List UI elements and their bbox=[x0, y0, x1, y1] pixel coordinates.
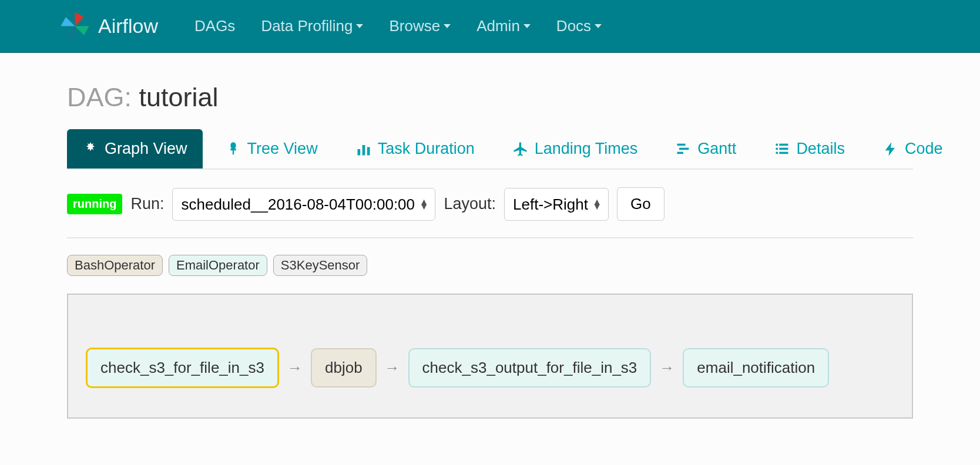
task-node[interactable]: dbjob bbox=[311, 348, 377, 388]
tab-details[interactable]: Details bbox=[759, 129, 860, 169]
title-prefix: DAG: bbox=[67, 82, 139, 112]
nav-dags[interactable]: DAGs bbox=[182, 5, 248, 47]
plane-icon bbox=[512, 141, 529, 157]
svg-marker-0 bbox=[75, 12, 84, 26]
layout-label: Layout: bbox=[444, 195, 496, 213]
legend-bash-operator[interactable]: BashOperator bbox=[67, 255, 163, 276]
svg-rect-5 bbox=[362, 145, 365, 156]
svg-rect-12 bbox=[776, 147, 778, 150]
svg-rect-9 bbox=[677, 151, 684, 154]
main-container: DAG: tutorial Graph View Tree View Task … bbox=[67, 53, 913, 419]
nav-docs[interactable]: Docs bbox=[543, 5, 615, 47]
svg-rect-15 bbox=[780, 151, 788, 154]
svg-rect-4 bbox=[357, 149, 360, 156]
run-select-wrap: scheduled__2016-08-04T00:00:00 ▲▼ bbox=[172, 188, 435, 221]
page-title: DAG: tutorial bbox=[67, 82, 913, 113]
chevron-down-icon bbox=[356, 24, 363, 28]
tab-tree-view[interactable]: Tree View bbox=[210, 129, 333, 169]
svg-marker-1 bbox=[75, 26, 89, 35]
chevron-down-icon bbox=[444, 24, 451, 28]
airflow-logo-icon bbox=[59, 10, 91, 42]
tab-graph-view[interactable]: Graph View bbox=[67, 129, 203, 169]
view-tabs: Graph View Tree View Task Duration Landi… bbox=[67, 129, 913, 170]
task-node[interactable]: check_s3_output_for_file_in_s3 bbox=[408, 348, 652, 388]
tree-icon bbox=[225, 141, 241, 157]
layout-select[interactable]: Left->Right bbox=[504, 188, 609, 221]
svg-rect-11 bbox=[780, 143, 788, 146]
dag-flow: check_s3_for_file_in_s3 → dbjob → check_… bbox=[86, 348, 894, 388]
svg-rect-7 bbox=[677, 143, 686, 146]
svg-rect-14 bbox=[776, 151, 778, 154]
bar-chart-icon bbox=[355, 141, 372, 157]
svg-rect-8 bbox=[679, 147, 689, 150]
nav-data-profiling[interactable]: Data Profiling bbox=[248, 5, 376, 47]
chevron-down-icon bbox=[595, 24, 602, 28]
operator-legend: BashOperator EmailOperator S3KeySensor bbox=[67, 255, 913, 276]
bolt-icon bbox=[882, 141, 899, 157]
status-badge: running bbox=[67, 194, 122, 214]
brand-link[interactable]: Airflow bbox=[59, 10, 158, 42]
tab-gantt[interactable]: Gantt bbox=[660, 129, 751, 169]
list-icon bbox=[774, 141, 790, 157]
title-dag-name: tutorial bbox=[139, 82, 219, 112]
gantt-icon bbox=[675, 141, 692, 157]
starburst-icon bbox=[82, 141, 99, 157]
svg-marker-2 bbox=[66, 26, 75, 41]
legend-s3-key-sensor[interactable]: S3KeySensor bbox=[273, 255, 368, 276]
arrow-icon: → bbox=[659, 359, 674, 377]
chevron-down-icon bbox=[523, 24, 531, 28]
go-button[interactable]: Go bbox=[617, 187, 664, 221]
tab-task-duration[interactable]: Task Duration bbox=[340, 129, 490, 169]
layout-select-wrap: Left->Right ▲▼ bbox=[504, 188, 609, 221]
svg-rect-13 bbox=[780, 147, 788, 150]
run-select[interactable]: scheduled__2016-08-04T00:00:00 bbox=[172, 188, 435, 221]
task-node[interactable]: email_notification bbox=[683, 348, 829, 388]
tab-code[interactable]: Code bbox=[867, 129, 958, 169]
run-label: Run: bbox=[130, 195, 164, 213]
arrow-icon: → bbox=[385, 359, 400, 377]
brand-text: Airflow bbox=[98, 15, 158, 38]
nav-browse[interactable]: Browse bbox=[376, 5, 464, 47]
svg-marker-3 bbox=[61, 17, 75, 26]
legend-email-operator[interactable]: EmailOperator bbox=[169, 255, 267, 276]
controls-row: running Run: scheduled__2016-08-04T00:00… bbox=[67, 187, 913, 238]
svg-rect-10 bbox=[776, 143, 778, 146]
tab-landing-times[interactable]: Landing Times bbox=[497, 129, 653, 169]
navbar: Airflow DAGs Data Profiling Browse Admin… bbox=[0, 0, 980, 53]
arrow-icon: → bbox=[287, 359, 303, 377]
svg-rect-6 bbox=[367, 147, 370, 155]
graph-canvas[interactable]: check_s3_for_file_in_s3 → dbjob → check_… bbox=[67, 294, 913, 419]
task-node[interactable]: check_s3_for_file_in_s3 bbox=[86, 348, 279, 388]
nav-admin[interactable]: Admin bbox=[464, 5, 543, 47]
